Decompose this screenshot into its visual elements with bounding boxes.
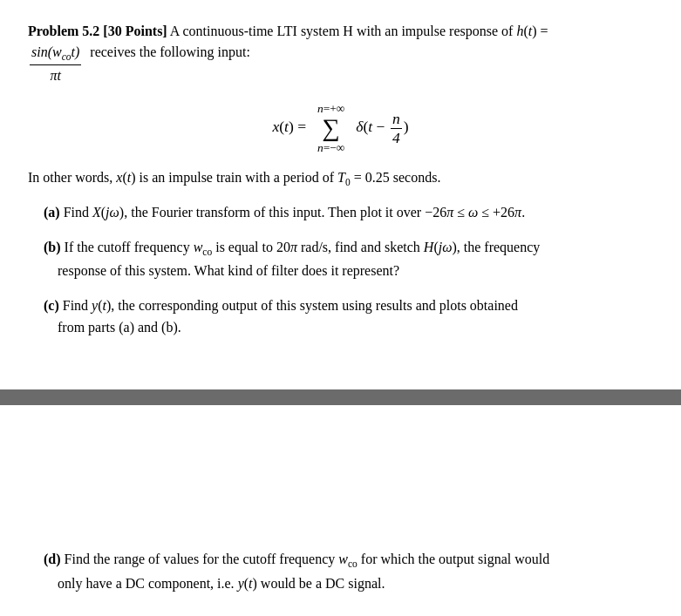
part-a-text: Find X(jω), the Fourier transform of thi… (64, 205, 525, 220)
n4-denominator: 4 (391, 129, 402, 147)
part-d-label: (d) (44, 552, 61, 566)
blank-space (28, 426, 653, 548)
problem-section: Problem 5.2 [30 Points] A continuous-tim… (0, 0, 681, 372)
impulse-fraction: sin(wcot) πt (28, 42, 83, 86)
delta-t: t (368, 118, 372, 136)
part-d: (d) Find the range of values for the cut… (44, 548, 653, 594)
equation-block: x(t) = n=+∞ ∑ n=−∞ δ(t − n 4 ) (28, 102, 653, 155)
n4-fraction: n 4 (391, 110, 402, 147)
part-c: (c) Find y(t), the corresponding output … (44, 294, 653, 339)
part-c-text: Find y(t), the corresponding output of t… (44, 298, 518, 335)
part-b-text: If the cutoff frequency wco is equal to … (44, 240, 540, 279)
wco-sub-b: co (202, 247, 212, 257)
parts-container: (a) Find X(jω), the Fourier transform of… (44, 201, 653, 339)
sum-bottom: n=−∞ (317, 141, 345, 155)
delta-symbol: δ (356, 118, 363, 136)
lower-section: (d) Find the range of values for the cut… (0, 405, 681, 616)
eq-lhs: x (272, 118, 279, 136)
problem-header: Problem 5.2 [30 Points] A continuous-tim… (28, 21, 653, 86)
ht-denominator: πt (48, 65, 62, 86)
T0-sub: 0 (345, 177, 351, 187)
section-divider (0, 389, 681, 405)
problem-number: Problem 5.2 (28, 24, 99, 38)
sigma-symbol: ∑ (323, 116, 340, 141)
part-b-label: (b) (44, 240, 61, 254)
xt-ref: x (116, 170, 122, 185)
wco-sub-d: co (348, 558, 358, 569)
part-a-label: (a) (44, 205, 60, 220)
part-c-label: (c) (44, 298, 59, 313)
part-a: (a) Find X(jω), the Fourier transform of… (44, 201, 653, 224)
problem-intro: A continuous-time LTI system H with an i… (170, 24, 548, 38)
n4-numerator: n (391, 110, 402, 129)
part-d-text: Find the range of values for the cutoff … (44, 552, 549, 591)
eq-t: t (284, 118, 289, 136)
summation-symbol: n=+∞ ∑ n=−∞ (317, 102, 345, 155)
problem-points: [30 Points] (103, 24, 167, 38)
T0-ref: T (337, 170, 345, 185)
period-paragraph: In other words, x(t) is an impulse train… (28, 167, 653, 191)
ht-numerator: sin(wcot) (30, 42, 81, 65)
receives-text: receives the following input: (90, 44, 250, 59)
part-b: (b) If the cutoff frequency wco is equal… (44, 236, 653, 282)
ht-fraction: sin(wcot) πt (30, 42, 81, 86)
